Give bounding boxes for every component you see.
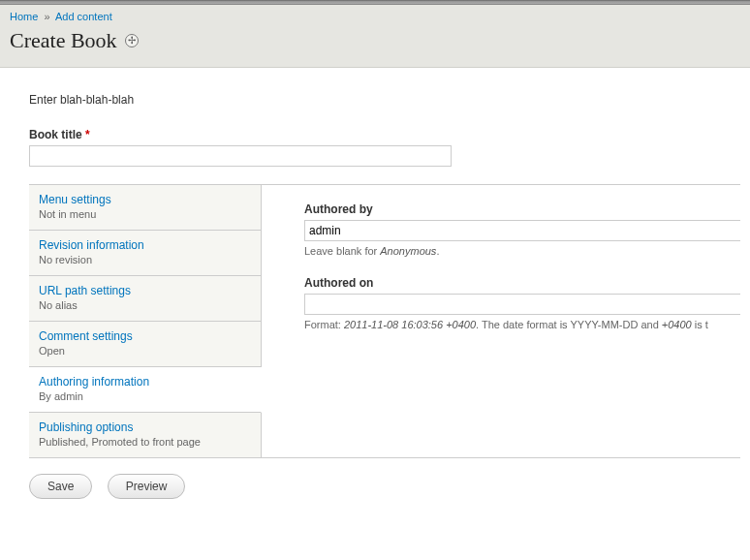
authored-by-field: Authored by Leave blank for Anonymous. bbox=[304, 202, 740, 257]
header-region: Home » Add content Create Book ✢ bbox=[0, 5, 750, 68]
tab-comment-settings[interactable]: Comment settings Open bbox=[29, 322, 262, 367]
tab-title: URL path settings bbox=[39, 284, 251, 297]
breadcrumb: Home » Add content bbox=[10, 11, 740, 22]
tab-authoring-information[interactable]: Authoring information By admin bbox=[29, 367, 262, 413]
hint-em: +0400 bbox=[662, 319, 692, 330]
tab-title: Comment settings bbox=[39, 329, 251, 343]
authored-on-label: Authored on bbox=[304, 276, 740, 290]
authored-by-label: Authored by bbox=[304, 202, 740, 216]
hint-text: Leave blank for bbox=[304, 245, 380, 257]
tab-title: Publishing options bbox=[39, 420, 251, 434]
breadcrumb-home-link[interactable]: Home bbox=[10, 11, 38, 22]
tab-title: Revision information bbox=[39, 238, 251, 252]
authored-by-hint: Leave blank for Anonymous. bbox=[304, 245, 740, 257]
intro-text: Enter blah-blah-blah bbox=[29, 93, 740, 107]
tab-title: Authoring information bbox=[39, 375, 251, 389]
authored-on-hint: Format: 2011-11-08 16:03:56 +0400. The d… bbox=[304, 319, 740, 330]
title-label: Book title * bbox=[29, 128, 740, 141]
tab-subtitle: By admin bbox=[39, 390, 251, 402]
authored-by-input[interactable] bbox=[304, 220, 740, 241]
gear-icon[interactable]: ✢ bbox=[125, 34, 139, 47]
hint-text: is t bbox=[692, 319, 708, 330]
tab-subtitle: No alias bbox=[39, 299, 251, 311]
tab-title: Menu settings bbox=[39, 193, 251, 206]
tab-subtitle: Published, Promoted to front page bbox=[39, 436, 251, 448]
breadcrumb-separator: » bbox=[44, 11, 49, 22]
tab-pane-authoring: Authored by Leave blank for Anonymous. A… bbox=[262, 185, 740, 457]
tab-revision-information[interactable]: Revision information No revision bbox=[29, 231, 262, 276]
vertical-tabs-wrapper: Menu settings Not in menu Revision infor… bbox=[29, 184, 740, 458]
title-field: Book title * bbox=[29, 128, 740, 167]
content-area: Enter blah-blah-blah Book title * Menu s… bbox=[0, 68, 750, 509]
hint-text: . The date format is YYYY-MM-DD and bbox=[476, 319, 662, 330]
tab-url-path-settings[interactable]: URL path settings No alias bbox=[29, 276, 262, 322]
tab-subtitle: No revision bbox=[39, 254, 251, 265]
tab-menu-settings[interactable]: Menu settings Not in menu bbox=[29, 185, 262, 231]
save-button[interactable]: Save bbox=[29, 474, 92, 499]
authored-on-input[interactable] bbox=[304, 294, 740, 315]
breadcrumb-addcontent-link[interactable]: Add content bbox=[55, 11, 112, 22]
hint-text: . bbox=[436, 245, 439, 257]
page-title-row: Create Book ✢ bbox=[10, 28, 740, 53]
hint-text: Format: bbox=[304, 319, 344, 330]
tab-subtitle: Open bbox=[39, 345, 251, 357]
vertical-tabs-list: Menu settings Not in menu Revision infor… bbox=[29, 185, 262, 457]
hint-em: 2011-11-08 16:03:56 +0400 bbox=[344, 319, 476, 330]
preview-button[interactable]: Preview bbox=[108, 474, 186, 499]
tab-publishing-options[interactable]: Publishing options Published, Promoted t… bbox=[29, 413, 262, 457]
hint-em: Anonymous bbox=[380, 245, 436, 257]
required-marker: * bbox=[85, 128, 90, 141]
form-actions: Save Preview bbox=[29, 474, 740, 499]
title-label-text: Book title bbox=[29, 128, 82, 141]
title-input[interactable] bbox=[29, 145, 452, 167]
tab-subtitle: Not in menu bbox=[39, 208, 251, 220]
page-title: Create Book bbox=[10, 28, 117, 53]
authored-on-field: Authored on Format: 2011-11-08 16:03:56 … bbox=[304, 276, 740, 330]
